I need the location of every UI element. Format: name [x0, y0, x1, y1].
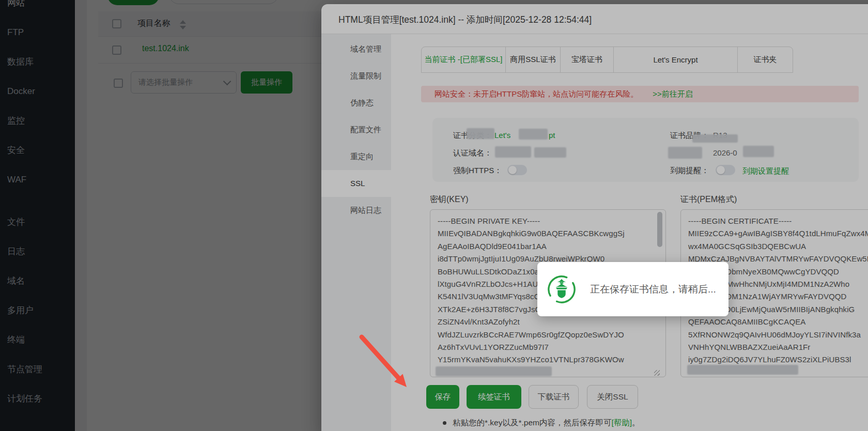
- saving-toast-text: 正在保存证书信息，请稍后...: [590, 283, 716, 296]
- saving-toast: 正在保存证书信息，请稍后...: [537, 262, 729, 316]
- annotation-arrow: [351, 326, 419, 398]
- screenshot-root: 网站 FTP 数据库 Docker 监控 安全 WAF 文件 日志 域名 多用户…: [0, 0, 868, 431]
- saving-overlay-mask: [0, 0, 868, 431]
- bt-logo-spinner-icon: [547, 274, 577, 304]
